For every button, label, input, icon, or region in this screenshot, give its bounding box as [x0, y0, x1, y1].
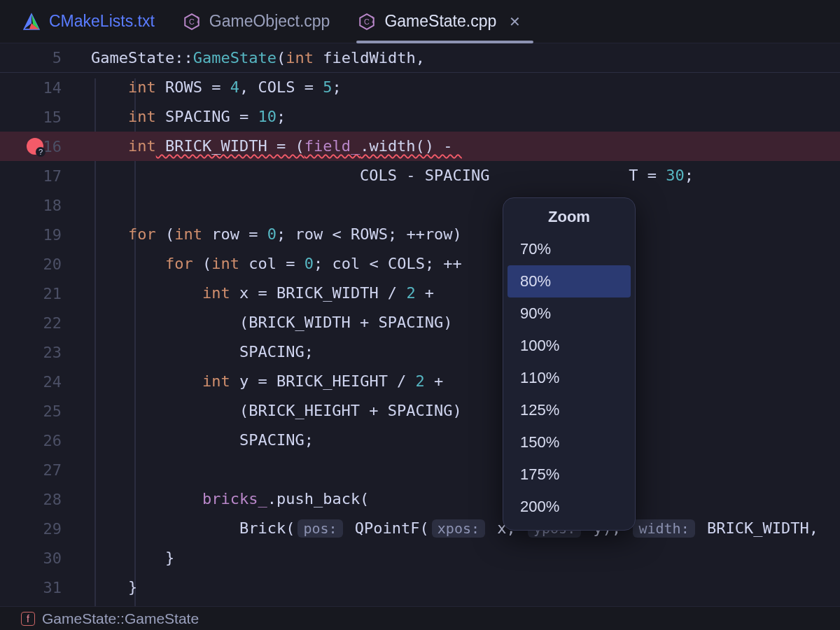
svg-text:C: C — [365, 18, 370, 26]
line-number: 29 — [0, 520, 91, 538]
code-row[interactable]: 19 for (int row = 0; row < ROWS; ++row) — [0, 220, 840, 249]
line-number: 24 — [0, 373, 91, 391]
line-number: 21 — [0, 285, 91, 302]
line-number: 22 — [0, 314, 91, 332]
code-line: (BRICK_WIDTH + SPACING) — [91, 308, 840, 337]
code-line: SPACING; — [91, 337, 840, 367]
breadcrumb-text: GameState::GameState — [42, 610, 199, 627]
code-row[interactable]: 17 COLS - SPACING T = 30; — [0, 161, 840, 190]
code-line: int ROWS = 4, COLS = 5; — [91, 73, 840, 102]
code-line: } — [91, 543, 840, 573]
code-row[interactable]: 20 for (int col = 0; col < COLS; ++ — [0, 249, 840, 279]
code-line: int SPACING = 10; — [91, 102, 840, 132]
line-number: 26 — [0, 432, 91, 449]
code-row[interactable]: 26 SPACING; — [0, 426, 840, 455]
code-row[interactable]: 22 (BRICK_WIDTH + SPACING) — [0, 308, 840, 337]
code-row[interactable]: 28 bricks_.push_back( — [0, 484, 840, 514]
inlay-hint: width: — [633, 519, 694, 538]
code-row[interactable]: 24 int y = BRICK_HEIGHT / 2 + — [0, 367, 840, 396]
code-line: Brick(pos: QPointF(xpos: x, ypos: y), wi… — [91, 514, 840, 543]
line-number: 30 — [0, 550, 91, 567]
code-row[interactable]: 23 SPACING; — [0, 337, 840, 367]
line-number: 25 — [0, 402, 91, 420]
code-line: COLS - SPACING T = 30; — [91, 161, 840, 190]
code-row[interactable]: 18 — [0, 190, 840, 220]
tab-label: CMakeLists.txt — [49, 12, 155, 31]
code-line: int y = BRICK_HEIGHT / 2 + — [91, 367, 840, 396]
code-row[interactable]: 25 (BRICK_HEIGHT + SPACING) — [0, 396, 840, 426]
code-editor[interactable]: 5 GameState::GameState(int fieldWidth, 1… — [0, 43, 840, 606]
tab-gameobject[interactable]: C++ GameObject.cpp — [174, 0, 350, 43]
code-row[interactable]: 29 Brick(pos: QPointF(xpos: x, ypos: y),… — [0, 514, 840, 543]
svg-text:+: + — [196, 19, 200, 25]
zoom-option-125[interactable]: 125% — [503, 394, 635, 426]
zoom-option-110[interactable]: 110% — [503, 362, 635, 394]
line-number: 17 — [0, 167, 91, 185]
zoom-option-90[interactable]: 90% — [503, 298, 635, 330]
code-line: int x = BRICK_WIDTH / 2 + — [91, 279, 840, 308]
code-line: GameState::GameState(int fieldWidth, — [91, 41, 840, 76]
code-row[interactable]: 27 — [0, 455, 840, 484]
line-number: 16 — [0, 138, 91, 155]
zoom-title: Zoom — [503, 208, 635, 226]
line-number: 19 — [0, 226, 91, 244]
code-line: int BRICK_WIDTH = (field_.width() - — [91, 132, 840, 161]
line-number: 20 — [0, 255, 91, 273]
code-row[interactable]: 31 } — [0, 573, 840, 602]
cpp-file-icon: C++ — [358, 13, 376, 31]
tab-cmakelists[interactable]: CMakeLists.txt — [14, 0, 174, 43]
zoom-popup: Zoom 70% 80% 90% 100% 110% 125% 150% 175… — [503, 197, 636, 531]
code-row[interactable]: 15 int SPACING = 10; — [0, 102, 840, 132]
inlay-hint: xpos: — [432, 519, 485, 538]
zoom-option-150[interactable]: 150% — [503, 426, 635, 458]
line-number: 18 — [0, 197, 91, 214]
error-bulb-icon[interactable] — [27, 138, 43, 155]
zoom-option-100[interactable]: 100% — [503, 330, 635, 362]
code-line: for (int col = 0; col < COLS; ++ — [91, 249, 840, 279]
tab-bar: CMakeLists.txt C++ GameObject.cpp C++ Ga… — [0, 0, 840, 43]
line-number: 28 — [0, 491, 91, 508]
zoom-option-175[interactable]: 175% — [503, 458, 635, 491]
line-number: 5 — [0, 49, 91, 66]
zoom-option-70[interactable]: 70% — [503, 233, 635, 265]
line-number: 27 — [0, 461, 91, 479]
code-row[interactable]: 21 int x = BRICK_WIDTH / 2 + — [0, 279, 840, 308]
code-row-error[interactable]: 16 int BRICK_WIDTH = (field_.width() - — [0, 132, 840, 161]
tab-label: GameObject.cpp — [209, 12, 330, 31]
code-line: SPACING; — [91, 426, 840, 455]
function-icon: f — [21, 612, 35, 626]
code-area: 14 int ROWS = 4, COLS = 5; 15 int SPACIN… — [0, 73, 840, 602]
zoom-option-80[interactable]: 80% — [507, 265, 631, 298]
line-number: 23 — [0, 344, 91, 361]
line-number: 31 — [0, 579, 91, 596]
line-number: 14 — [0, 79, 91, 97]
code-row[interactable]: 14 int ROWS = 4, COLS = 5; — [0, 73, 840, 102]
sticky-scope-header[interactable]: 5 GameState::GameState(int fieldWidth, — [0, 43, 840, 73]
code-row[interactable]: 30 } — [0, 543, 840, 573]
cmake-icon — [22, 13, 41, 31]
code-line: } — [91, 573, 840, 602]
svg-text:C: C — [189, 18, 195, 26]
line-number: 15 — [0, 108, 91, 126]
close-icon[interactable]: ✕ — [509, 13, 521, 30]
code-line: for (int row = 0; row < ROWS; ++row) — [91, 220, 840, 249]
code-line: bricks_.push_back( — [91, 484, 840, 514]
code-line: (BRICK_HEIGHT + SPACING) — [91, 396, 840, 426]
zoom-option-200[interactable]: 200% — [503, 491, 635, 523]
tab-gamestate[interactable]: C++ GameState.cpp ✕ — [349, 0, 540, 43]
inlay-hint: pos: — [298, 519, 342, 538]
svg-text:+: + — [372, 19, 375, 25]
cpp-file-icon: C++ — [183, 13, 201, 31]
breadcrumb[interactable]: f GameState::GameState — [0, 606, 840, 630]
tab-label: GameState.cpp — [384, 12, 496, 31]
